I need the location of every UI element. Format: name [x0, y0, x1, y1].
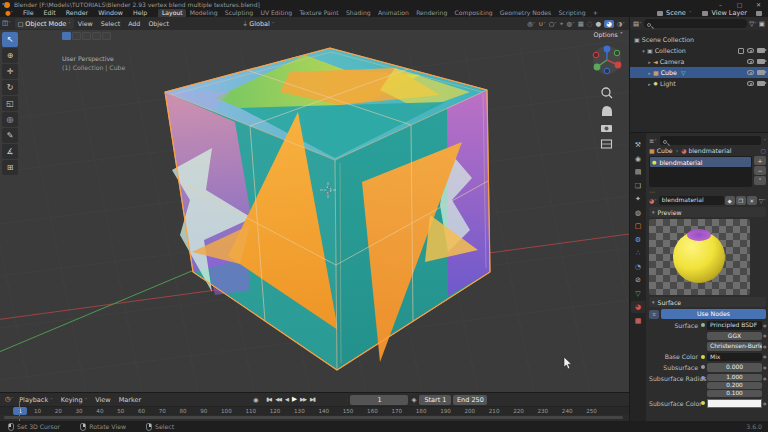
subsurface-color-swatch[interactable]: [707, 399, 762, 408]
menu-file[interactable]: File: [18, 9, 39, 17]
breadcrumb-object[interactable]: Cube: [657, 147, 673, 154]
select-mode-set-button[interactable]: [62, 32, 71, 40]
properties-editor-icon[interactable]: ≡˅: [649, 137, 657, 144]
select-mode-extend-button[interactable]: [72, 32, 81, 40]
breadcrumb-material[interactable]: blendmaterial: [688, 147, 731, 154]
outliner-display-mode-button[interactable]: ▤˅: [633, 20, 642, 28]
outliner-filter-button[interactable]: ▽˅: [749, 20, 757, 28]
frame-end-field[interactable]: End 250: [453, 395, 487, 405]
frame-start-field[interactable]: Start 1: [419, 395, 451, 405]
tool-scale[interactable]: ◱: [2, 96, 18, 111]
expand-arrow-icon[interactable]: ▸: [646, 59, 653, 65]
exclude-checkbox[interactable]: [738, 48, 744, 54]
unlink-material-button[interactable]: ✕: [747, 196, 757, 205]
prev-keyframe-button[interactable]: ◀◀: [274, 394, 283, 405]
scene-selector[interactable]: Scene: [666, 9, 686, 17]
render-visibility-icon[interactable]: [757, 70, 765, 75]
outliner-row-scene-collection[interactable]: ▣ Scene Collection: [630, 34, 768, 45]
menu-window[interactable]: Window: [93, 9, 128, 17]
next-keyframe-button[interactable]: ▶▶: [299, 394, 308, 405]
pin-icon[interactable]: ○: [761, 147, 766, 154]
hide-eye-icon[interactable]: [747, 48, 754, 53]
tab-object-data[interactable]: ▽: [631, 288, 645, 300]
tab-view-layer[interactable]: ❏: [631, 180, 645, 192]
outliner-search-input[interactable]: [644, 19, 748, 28]
tool-transform[interactable]: ◎: [2, 112, 18, 127]
orientation-selector[interactable]: ⏚ Global ˅: [243, 20, 275, 28]
surface-shader-field[interactable]: Principled BSDF: [707, 321, 762, 330]
snap-magnet-button[interactable]: ∪˅: [538, 20, 545, 28]
editor-divider[interactable]: [629, 17, 630, 421]
fake-user-button[interactable]: ◆: [725, 196, 735, 205]
playhead[interactable]: 1: [13, 407, 27, 415]
hide-eye-icon[interactable]: [747, 70, 754, 75]
material-browse-button[interactable]: ◕˅: [649, 197, 657, 204]
chevron-down-icon[interactable]: ˅: [764, 138, 767, 144]
menu-view[interactable]: View: [74, 20, 97, 27]
tab-scene[interactable]: ✦: [631, 193, 645, 205]
properties-search-input[interactable]: [660, 136, 761, 145]
tab-physics[interactable]: ◔: [631, 261, 645, 273]
tab-rendering[interactable]: Rendering: [413, 9, 451, 17]
show-gizmo-button[interactable]: ⌖: [560, 20, 564, 28]
tab-geometry-nodes[interactable]: Geometry Nodes: [496, 9, 555, 17]
subsurface-slider[interactable]: 0.000: [707, 363, 762, 372]
proportional-edit-button[interactable]: ○˅: [549, 20, 557, 28]
editor-divider[interactable]: [0, 392, 629, 393]
tab-output[interactable]: ▤: [631, 166, 645, 178]
timeline-scrollbar[interactable]: [4, 416, 623, 419]
tool-annotate[interactable]: ✎: [2, 128, 18, 143]
pivot-point-button[interactable]: ◎˅: [527, 20, 535, 28]
outliner-row-cube[interactable]: ▸ ▦ Cube ▽: [630, 67, 768, 78]
preview-section-header[interactable]: ▾ Preview: [649, 207, 766, 217]
tool-cursor[interactable]: ⊕: [2, 48, 18, 63]
tab-constraints[interactable]: ⊘: [631, 274, 645, 286]
shading-material-button[interactable]: ◕: [604, 20, 614, 28]
remove-slot-button[interactable]: −: [754, 166, 766, 175]
tab-animation[interactable]: Animation: [374, 9, 412, 17]
auto-key-button[interactable]: ◉: [253, 396, 259, 404]
use-nodes-button[interactable]: Use Nodes: [661, 309, 766, 319]
tab-render[interactable]: ◉: [631, 153, 645, 165]
expand-arrow-icon[interactable]: ▸: [646, 70, 653, 76]
app-menu-button[interactable]: ●˅: [0, 9, 18, 17]
slot-grip[interactable]: ⋯: [649, 188, 655, 195]
material-slot-list[interactable]: ● blendmaterial: [649, 156, 752, 187]
tab-scripting[interactable]: Scripting: [555, 9, 589, 17]
show-overlays-button[interactable]: ◍˅: [566, 20, 574, 28]
menu-edit[interactable]: Edit: [39, 9, 61, 17]
3d-viewport[interactable]: User Perspective (1) Collection | Cube O…: [0, 30, 629, 393]
tool-add-cube[interactable]: ⊞: [2, 160, 18, 175]
menu-object[interactable]: Object: [144, 20, 173, 27]
tab-compositing[interactable]: Compositing: [451, 9, 496, 17]
distribution-dropdown[interactable]: GGX: [707, 332, 762, 341]
play-reverse-button[interactable]: ◀: [284, 394, 290, 405]
sss-method-dropdown[interactable]: Christensen-Burley: [707, 342, 762, 351]
material-name-input[interactable]: blendmaterial: [659, 196, 724, 205]
radius-x-field[interactable]: 1.000: [707, 374, 762, 382]
tab-sculpting[interactable]: Sculpting: [221, 9, 257, 17]
expand-arrow-icon[interactable]: ▸: [646, 81, 653, 87]
tab-shading[interactable]: Shading: [342, 9, 374, 17]
tab-texture-paint[interactable]: Texture Paint: [296, 9, 343, 17]
tab-world[interactable]: ◍: [631, 207, 645, 219]
tab-tool[interactable]: ⚒: [631, 139, 645, 151]
tool-measure[interactable]: ∡: [2, 144, 18, 159]
timeline-ruler[interactable]: 1020304050607080901001101201301401501601…: [0, 406, 629, 415]
menu-marker[interactable]: Marker: [115, 396, 145, 404]
slot-specials-button[interactable]: ˅: [754, 176, 766, 185]
jump-to-end-button[interactable]: ▶▮: [309, 394, 317, 405]
radius-z-field[interactable]: 0.100: [707, 390, 762, 398]
menu-add[interactable]: Add: [124, 20, 144, 27]
timeline-editor-icon[interactable]: ◷˅: [3, 393, 15, 406]
mode-selector[interactable]: ▢ Object Mode ˅: [15, 18, 74, 29]
hide-eye-icon[interactable]: [747, 81, 754, 86]
tab-uv-editing[interactable]: UV Editing: [257, 9, 296, 17]
xray-toggle-button[interactable]: ▦: [578, 20, 584, 28]
menu-select[interactable]: Select: [97, 20, 124, 27]
tool-move[interactable]: ✛: [2, 64, 18, 79]
outliner-row-light[interactable]: ▸ ✹ Light: [630, 78, 768, 89]
radius-y-field[interactable]: 0.200: [707, 382, 762, 390]
tab-layout[interactable]: Layout: [158, 9, 186, 17]
tool-rotate[interactable]: ↻: [2, 80, 18, 95]
